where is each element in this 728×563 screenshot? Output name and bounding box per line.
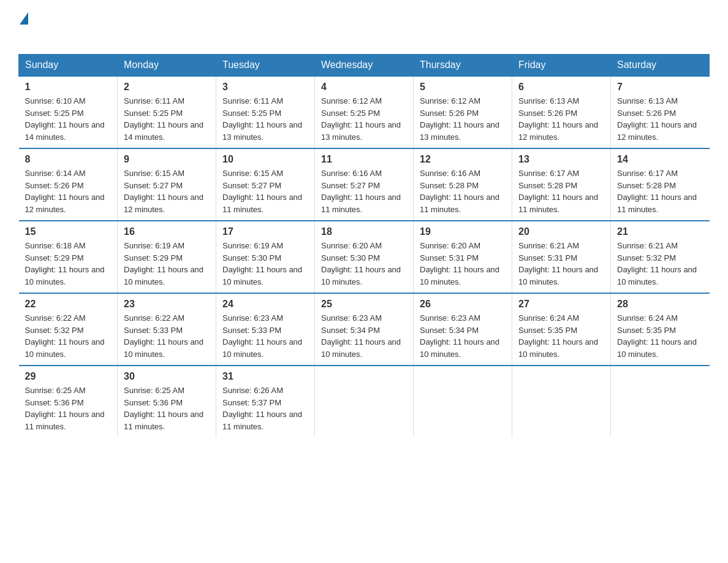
day-info: Sunrise: 6:12 AM Sunset: 5:25 PM Dayligh… [321, 95, 407, 143]
calendar-day-cell: 10 Sunrise: 6:15 AM Sunset: 5:27 PM Dayl… [216, 148, 315, 221]
sunset-label: Sunset: 5:25 PM [124, 109, 183, 118]
calendar-day-cell: 25 Sunrise: 6:23 AM Sunset: 5:34 PM Dayl… [315, 293, 414, 366]
sunset-label: Sunset: 5:27 PM [222, 181, 281, 190]
day-number: 12 [420, 154, 506, 165]
calendar-day-cell: 4 Sunrise: 6:12 AM Sunset: 5:25 PM Dayli… [315, 76, 414, 148]
day-number: 22 [25, 299, 112, 310]
sunset-label: Sunset: 5:26 PM [617, 109, 676, 118]
sunset-label: Sunset: 5:25 PM [222, 109, 281, 118]
calendar-day-cell: 2 Sunrise: 6:11 AM Sunset: 5:25 PM Dayli… [118, 76, 216, 148]
sunset-label: Sunset: 5:32 PM [25, 326, 84, 335]
sunrise-label: Sunrise: 6:13 AM [518, 96, 579, 105]
calendar-week-row: 29 Sunrise: 6:25 AM Sunset: 5:36 PM Dayl… [19, 366, 710, 437]
day-info: Sunrise: 6:15 AM Sunset: 5:27 PM Dayligh… [124, 167, 210, 215]
header-thursday: Thursday [414, 55, 512, 77]
sunrise-label: Sunrise: 6:22 AM [124, 313, 184, 323]
daylight-label: Daylight: 11 hours and 10 minutes. [617, 337, 697, 359]
sunrise-label: Sunrise: 6:12 AM [420, 96, 480, 105]
sunset-label: Sunset: 5:28 PM [617, 181, 676, 190]
logo-triangle-icon [20, 12, 28, 25]
sunrise-label: Sunrise: 6:11 AM [222, 96, 283, 105]
sunrise-label: Sunrise: 6:14 AM [25, 169, 86, 178]
sunrise-label: Sunrise: 6:15 AM [222, 169, 283, 178]
header-monday: Monday [118, 55, 216, 77]
daylight-label: Daylight: 11 hours and 11 minutes. [420, 193, 499, 214]
day-number: 10 [222, 154, 308, 165]
header-tuesday: Tuesday [216, 55, 315, 77]
day-info: Sunrise: 6:19 AM Sunset: 5:29 PM Dayligh… [124, 240, 210, 288]
calendar-day-cell: 22 Sunrise: 6:22 AM Sunset: 5:32 PM Dayl… [19, 293, 118, 366]
daylight-label: Daylight: 11 hours and 12 minutes. [25, 193, 105, 214]
day-number: 5 [420, 82, 506, 93]
calendar-day-cell: 16 Sunrise: 6:19 AM Sunset: 5:29 PM Dayl… [118, 221, 216, 293]
calendar-day-cell: 12 Sunrise: 6:16 AM Sunset: 5:28 PM Dayl… [414, 148, 512, 221]
day-number: 4 [321, 82, 407, 93]
day-info: Sunrise: 6:21 AM Sunset: 5:31 PM Dayligh… [518, 240, 604, 288]
sunset-label: Sunset: 5:29 PM [124, 253, 183, 262]
day-number: 25 [321, 299, 407, 310]
sunrise-label: Sunrise: 6:19 AM [222, 241, 283, 250]
sunset-label: Sunset: 5:28 PM [518, 181, 577, 190]
sunset-label: Sunset: 5:26 PM [25, 181, 84, 190]
calendar-day-cell: 27 Sunrise: 6:24 AM Sunset: 5:35 PM Dayl… [512, 293, 611, 366]
day-number: 23 [124, 299, 210, 310]
calendar-week-row: 1 Sunrise: 6:10 AM Sunset: 5:25 PM Dayli… [19, 76, 710, 148]
sunset-label: Sunset: 5:27 PM [124, 181, 183, 190]
sunrise-label: Sunrise: 6:21 AM [617, 241, 678, 250]
daylight-label: Daylight: 11 hours and 11 minutes. [25, 410, 105, 431]
daylight-label: Daylight: 11 hours and 11 minutes. [222, 193, 302, 214]
day-number: 19 [420, 226, 506, 237]
daylight-label: Daylight: 11 hours and 10 minutes. [518, 265, 598, 286]
calendar-day-cell: 3 Sunrise: 6:11 AM Sunset: 5:25 PM Dayli… [216, 76, 315, 148]
day-info: Sunrise: 6:16 AM Sunset: 5:28 PM Dayligh… [420, 167, 506, 215]
day-info: Sunrise: 6:22 AM Sunset: 5:33 PM Dayligh… [124, 312, 210, 360]
calendar-day-cell [315, 366, 414, 437]
day-number: 15 [25, 226, 112, 237]
calendar-day-cell [414, 366, 512, 437]
calendar-day-cell: 5 Sunrise: 6:12 AM Sunset: 5:26 PM Dayli… [414, 76, 512, 148]
day-info: Sunrise: 6:20 AM Sunset: 5:30 PM Dayligh… [321, 240, 407, 288]
sunset-label: Sunset: 5:25 PM [321, 109, 380, 118]
day-info: Sunrise: 6:13 AM Sunset: 5:26 PM Dayligh… [617, 95, 703, 143]
daylight-label: Daylight: 11 hours and 11 minutes. [222, 410, 302, 431]
daylight-label: Daylight: 11 hours and 12 minutes. [518, 120, 598, 142]
calendar-week-row: 8 Sunrise: 6:14 AM Sunset: 5:26 PM Dayli… [19, 148, 710, 221]
sunset-label: Sunset: 5:35 PM [518, 326, 577, 335]
header-wednesday: Wednesday [315, 55, 414, 77]
sunrise-label: Sunrise: 6:25 AM [124, 386, 184, 395]
day-number: 14 [617, 154, 703, 165]
sunset-label: Sunset: 5:30 PM [321, 253, 380, 262]
sunrise-label: Sunrise: 6:17 AM [518, 169, 579, 178]
daylight-label: Daylight: 11 hours and 10 minutes. [25, 265, 105, 286]
calendar-day-cell: 1 Sunrise: 6:10 AM Sunset: 5:25 PM Dayli… [19, 76, 118, 148]
day-info: Sunrise: 6:12 AM Sunset: 5:26 PM Dayligh… [420, 95, 506, 143]
day-info: Sunrise: 6:23 AM Sunset: 5:34 PM Dayligh… [321, 312, 407, 360]
daylight-label: Daylight: 11 hours and 11 minutes. [124, 410, 203, 431]
daylight-label: Daylight: 11 hours and 13 minutes. [222, 120, 302, 142]
day-info: Sunrise: 6:23 AM Sunset: 5:34 PM Dayligh… [420, 312, 506, 360]
header-friday: Friday [512, 55, 611, 77]
sunset-label: Sunset: 5:37 PM [222, 398, 281, 407]
calendar-day-cell [512, 366, 611, 437]
day-number: 9 [124, 154, 210, 165]
sunrise-label: Sunrise: 6:13 AM [617, 96, 678, 105]
day-number: 2 [124, 82, 210, 93]
sunrise-label: Sunrise: 6:25 AM [25, 386, 86, 395]
calendar-day-cell: 21 Sunrise: 6:21 AM Sunset: 5:32 PM Dayl… [611, 221, 710, 293]
logo [18, 12, 29, 42]
day-number: 21 [617, 226, 703, 237]
sunset-label: Sunset: 5:27 PM [321, 181, 380, 190]
day-number: 3 [222, 82, 308, 93]
daylight-label: Daylight: 11 hours and 10 minutes. [420, 337, 499, 359]
header-sunday: Sunday [19, 55, 118, 77]
sunset-label: Sunset: 5:34 PM [420, 326, 479, 335]
daylight-label: Daylight: 11 hours and 10 minutes. [124, 337, 203, 359]
sunset-label: Sunset: 5:31 PM [518, 253, 577, 262]
calendar-day-cell: 29 Sunrise: 6:25 AM Sunset: 5:36 PM Dayl… [19, 366, 118, 437]
daylight-label: Daylight: 11 hours and 12 minutes. [617, 120, 697, 142]
daylight-label: Daylight: 11 hours and 10 minutes. [222, 265, 302, 286]
calendar-day-cell: 11 Sunrise: 6:16 AM Sunset: 5:27 PM Dayl… [315, 148, 414, 221]
sunset-label: Sunset: 5:32 PM [617, 253, 676, 262]
page-header [18, 12, 710, 42]
daylight-label: Daylight: 11 hours and 13 minutes. [420, 120, 499, 142]
